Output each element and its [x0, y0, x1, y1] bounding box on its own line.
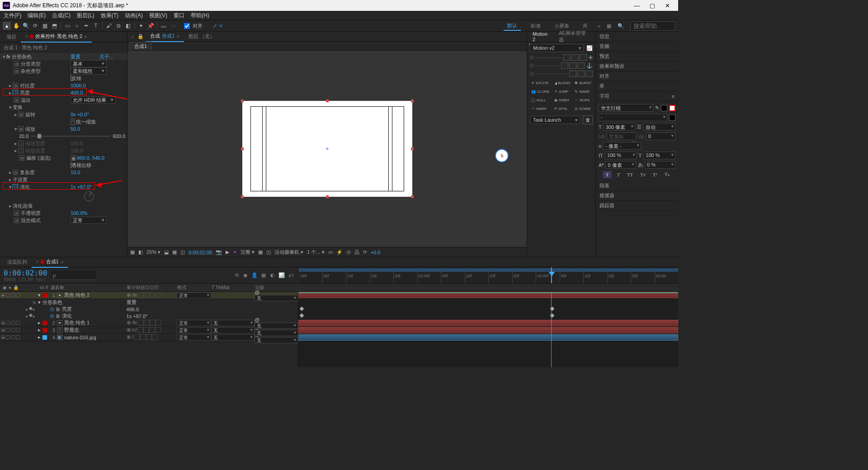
fx-about[interactable]: 关于... [99, 53, 113, 60]
trkmat-dd-4[interactable]: 无 [211, 334, 255, 341]
superscript-button[interactable]: T¹ [651, 171, 659, 178]
comp-mini-flowchart-icon[interactable]: ⟲ [233, 272, 240, 279]
align-ml[interactable] [561, 62, 568, 69]
anchor-point-icon[interactable]: ✦ [324, 145, 331, 152]
contrast-value[interactable]: 1000.0 [71, 83, 86, 88]
tool-warp[interactable]: 〰 WARP [530, 105, 551, 112]
stopwatch-blend[interactable]: ◷ [14, 218, 19, 223]
scale-slider[interactable] [31, 136, 110, 137]
small-caps-button[interactable]: Tт [638, 171, 647, 178]
panel-library[interactable]: 库 [596, 81, 678, 91]
complexity-value[interactable]: 10.0 [71, 170, 80, 175]
brush-tool-icon[interactable]: 🖌 [105, 22, 113, 30]
current-time[interactable]: 0:00:02:00 [189, 250, 212, 255]
transform-twirl[interactable]: ▾ [8, 104, 13, 110]
opacity-value[interactable]: 100.0% [71, 210, 87, 216]
stopwatch-scale[interactable]: ◷ [18, 126, 24, 132]
parent-dd-1[interactable]: 无 [255, 295, 298, 301]
anchor-tool-icon[interactable]: ✢ [589, 55, 593, 61]
workspace-reset-icon[interactable]: ▦ [607, 23, 611, 29]
menu-edit[interactable]: 编辑(E) [28, 12, 46, 19]
tool-excite[interactable]: ✦ EXCITE [530, 80, 551, 86]
offset-value[interactable]: 960.0, 540.0 [77, 155, 104, 161]
menu-anim[interactable]: 动画(A) [125, 12, 143, 19]
evolution-twirl[interactable]: ▾ [8, 184, 13, 190]
roto-tool-icon[interactable]: ✦ [137, 22, 145, 30]
visibility-toggle[interactable]: ● [1, 335, 5, 339]
stopwatch-opacity[interactable]: ◷ [14, 210, 19, 216]
col-av-icon[interactable]: ◉ [3, 285, 7, 290]
fx-reset[interactable]: 重置 [71, 53, 80, 60]
scale-twirl[interactable]: ▾ [14, 126, 18, 132]
task-launch-dd[interactable]: Task Launch [530, 116, 580, 124]
resolution-dd[interactable]: 完整 ▾ [241, 249, 255, 256]
kf-add-evo[interactable] [29, 313, 33, 317]
trash-icon[interactable]: 🗑 [583, 115, 593, 124]
kf-prev-bright[interactable]: ◂ [25, 307, 28, 312]
reset-exp-icon[interactable]: ⟳ [363, 249, 367, 255]
tool-spin[interactable]: ⟳ SPIN [553, 105, 572, 112]
visibility-toggle[interactable]: ● [1, 328, 5, 332]
color-swap[interactable] [669, 114, 675, 121]
offset-target-icon[interactable]: ⊕ [71, 155, 76, 161]
hscale-dd[interactable]: 100 % [643, 152, 675, 159]
tool-null[interactable]: ◯ NULL [530, 97, 551, 104]
fast-preview-icon[interactable]: ⚡ [336, 249, 343, 255]
menu-window[interactable]: 窗口 [174, 12, 184, 19]
res-half-icon[interactable]: ⬓ [164, 249, 169, 255]
layer-row-3[interactable]: ● ▸3T野鹿志 单※/ 正常 无 @ 无 [0, 327, 298, 334]
close-button[interactable]: ✕ [665, 2, 670, 9]
fractal-type-dd[interactable]: 基本 [71, 60, 107, 67]
menu-comp[interactable]: 合成(C) [52, 12, 71, 19]
stroke-units-dd[interactable]: - 像素 - [603, 142, 641, 150]
parent-dd-2[interactable]: 无 [255, 323, 298, 329]
align-mr[interactable] [577, 62, 585, 69]
tool-name[interactable]: ✎ NAME [573, 88, 593, 95]
mode-dd-3[interactable]: 正常 [177, 327, 211, 333]
flowchart-icon[interactable]: 品 [354, 249, 359, 256]
hand-tool-icon[interactable]: ✋ [12, 22, 20, 30]
composition-viewer[interactable]: ✦ 🦌 [127, 51, 527, 247]
faux-bold-button[interactable]: T [603, 171, 611, 178]
menu-view[interactable]: 视图(V) [149, 12, 167, 19]
all-caps-button[interactable]: TT [625, 171, 635, 178]
tab-menu-icon[interactable]: ≡ [84, 34, 87, 39]
parent-dd-3[interactable]: 无 [255, 330, 298, 336]
grid-icon[interactable]: ▦ [172, 249, 177, 255]
anchor-lock-icon[interactable]: ⚓ [586, 63, 593, 69]
tsume-dd[interactable]: 0 % [645, 161, 675, 169]
timeline-icon[interactable]: ◷ [346, 249, 351, 255]
anchor-opt-b[interactable] [530, 64, 533, 67]
layer-bar-2[interactable] [298, 320, 678, 326]
complexity-twirl[interactable]: ▸ [8, 170, 13, 176]
view-layers-icon[interactable]: ▦ [130, 249, 135, 255]
kf-add-bright[interactable] [29, 306, 33, 310]
parent-dd-4[interactable]: 无 [255, 337, 298, 343]
exposure-value[interactable]: +0.0 [371, 250, 381, 255]
stopwatch-brightness[interactable]: ◷ [13, 90, 18, 95]
menu-help[interactable]: 帮助(H) [191, 12, 209, 19]
time-ruler[interactable]: :00f05f10f15f20f01:00f05f10f15f20f02:00f… [298, 267, 678, 283]
pen-tool-icon[interactable]: ✒ [82, 22, 90, 30]
puppet-tool-icon[interactable]: 📌 [146, 22, 155, 30]
tab-project[interactable]: 项目 [2, 32, 21, 42]
panel-tracker[interactable]: 跟踪器 [596, 201, 678, 211]
overflow-dd[interactable]: 允许 HDR 结果 [71, 96, 116, 104]
menu-effect[interactable]: 效果(T) [101, 12, 118, 19]
layer-bar-4[interactable] [298, 334, 678, 341]
orbit-tool-icon[interactable]: ⟳ [31, 22, 39, 30]
trkmat-dd-2[interactable]: 无 [211, 320, 255, 326]
tool-blend[interactable]: ◢ BLEND [553, 80, 572, 86]
menu-layer[interactable]: 图层(L) [77, 12, 94, 19]
tl-evo-value[interactable]: 1x +87.0° [127, 313, 148, 319]
uniform-scale-checkbox[interactable] [71, 119, 75, 125]
tab-composition[interactable]: 合成 合成1 ≡ [146, 31, 184, 42]
search-help-icon[interactable]: 🔍 [618, 23, 624, 29]
tab-render-queue[interactable]: 渲染队列 [3, 257, 32, 267]
anchor-opt-c[interactable] [530, 72, 533, 76]
snap-opt1-icon[interactable]: ⤢ [213, 23, 217, 29]
layer-twirl[interactable]: ▾ [38, 292, 41, 298]
layer-color[interactable] [42, 293, 47, 298]
tab-close-icon[interactable]: × [25, 34, 28, 39]
pixel-aspect-icon[interactable]: ▭ [328, 249, 333, 255]
